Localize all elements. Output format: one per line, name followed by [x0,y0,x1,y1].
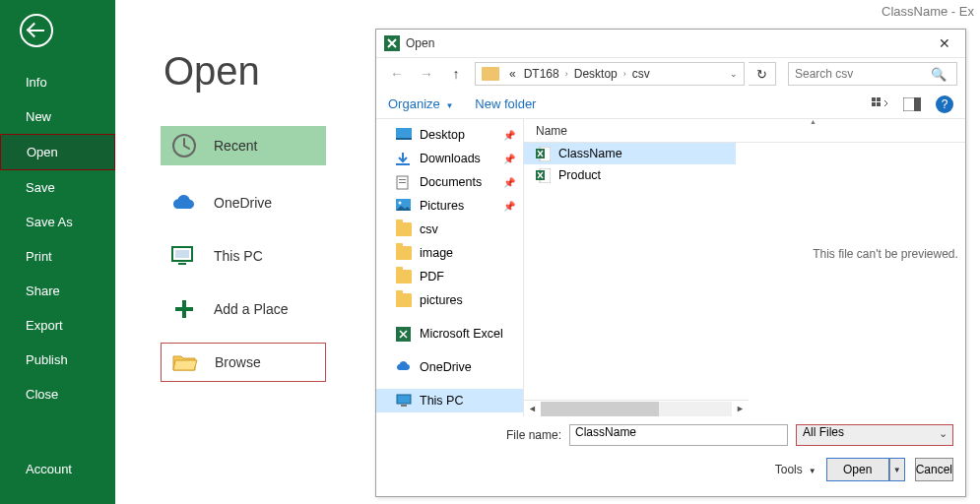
clock-icon [168,130,200,161]
tree-item-thispc[interactable]: This PC [376,389,523,412]
tree-item-desktop[interactable]: Desktop📌 [376,123,523,147]
sidebar-item-share[interactable]: Share [0,274,115,308]
tree-item-folder[interactable]: pictures [376,288,523,312]
place-onedrive[interactable]: OneDrive [161,183,326,222]
sidebar-item-export[interactable]: Export [0,308,115,343]
nav-up-button[interactable]: ↑ [443,62,469,86]
tree-item-folder[interactable]: image [376,241,523,265]
breadcrumb-bar[interactable]: « DT168 › Desktop › csv ⌄ [475,62,745,86]
sidebar-item-info[interactable]: Info [0,65,115,99]
open-dialog: Open ✕ ← → ↑ « DT168 › Desktop › csv ⌄ ↻… [375,29,966,497]
place-label: Add a Place [214,301,289,317]
svg-rect-2 [178,263,186,265]
search-input[interactable] [789,67,927,81]
tree-label: This PC [420,394,463,408]
filename-label: File name: [506,428,561,442]
refresh-button[interactable]: ↻ [749,62,776,86]
pin-icon: 📌 [503,130,515,141]
sidebar-item-print[interactable]: Print [0,239,115,274]
scroll-right-button[interactable]: ► [732,404,749,413]
sidebar-item-open[interactable]: Open [0,134,115,170]
tree-item-folder[interactable]: PDF [376,265,523,288]
chevron-down-icon: ▼ [445,101,453,110]
dialog-footer: File name: ClassName All Files Tools▼ Op… [376,416,965,491]
folder-icon [396,222,412,236]
svg-rect-14 [396,138,412,140]
sidebar-item-account[interactable]: Account [0,452,115,486]
place-addplace[interactable]: Add a Place [161,289,326,329]
file-row[interactable]: Product [524,164,736,186]
tree-item-folder[interactable]: csv [376,218,523,241]
tools-menu[interactable]: Tools▼ [775,463,817,476]
crumb-seg[interactable]: Desktop [570,67,621,81]
open-button[interactable]: Open [826,458,889,481]
pin-icon: 📌 [503,201,515,212]
tree-item-excel[interactable]: Microsoft Excel [376,322,523,346]
open-split-button[interactable]: ▼ [889,458,905,481]
place-recent[interactable]: Recent [161,126,326,165]
svg-rect-23 [401,405,407,407]
sidebar-item-close[interactable]: Close [0,377,115,411]
search-box[interactable]: 🔍 [788,62,957,86]
tree-item-documents[interactable]: Documents📌 [376,170,523,194]
new-folder-button[interactable]: New folder [475,96,536,111]
tree-item-onedrive[interactable]: OneDrive [376,355,523,379]
computer-icon [396,394,412,408]
scroll-track[interactable] [541,402,732,416]
sidebar-item-saveas[interactable]: Save As [0,205,115,239]
folder-tree: Desktop📌 Downloads📌 Documents📌 Pictures📌… [376,119,524,416]
place-thispc[interactable]: This PC [161,236,326,276]
tree-item-pictures[interactable]: Pictures📌 [376,194,523,218]
close-button[interactable]: ✕ [924,35,965,51]
svg-rect-18 [399,182,406,183]
preview-pane-button[interactable] [898,94,926,115]
desktop-icon [396,128,412,142]
scroll-left-button[interactable]: ◄ [524,404,541,413]
file-name: ClassName [558,147,622,160]
search-icon[interactable]: 🔍 [927,67,950,82]
sidebar-item-new[interactable]: New [0,99,115,134]
folder-icon [396,246,412,260]
backstage-sidebar: Info New Open Save Save As Print Share E… [0,0,115,504]
tree-label: Desktop [420,128,465,142]
horizontal-scrollbar[interactable]: ◄ ► [524,400,749,416]
tree-label: PDF [420,270,444,284]
svg-rect-13 [396,128,412,138]
tree-item-downloads[interactable]: Downloads📌 [376,147,523,170]
dialog-nav: ← → ↑ « DT168 › Desktop › csv ⌄ ↻ 🔍 [376,58,965,90]
folder-icon [396,270,412,284]
crumb-dropdown[interactable]: ⌄ [724,69,744,79]
folder-icon [396,293,412,307]
sidebar-item-publish[interactable]: Publish [0,343,115,377]
page-title: Open [163,49,260,94]
nav-forward-button[interactable]: → [414,62,439,86]
filename-combobox[interactable]: ClassName [569,424,788,446]
dialog-title: Open [406,36,924,50]
file-filter-dropdown[interactable]: All Files [796,424,953,446]
excel-icon [384,35,400,51]
view-mode-button[interactable] [867,94,894,115]
cancel-button[interactable]: Cancel [915,458,953,481]
scroll-thumb[interactable] [541,402,659,416]
svg-rect-15 [396,163,410,165]
place-browse[interactable]: Browse [161,343,326,382]
svg-rect-12 [914,97,921,111]
svg-rect-17 [399,179,406,180]
col-name[interactable]: Name▲ [536,124,567,138]
svg-rect-22 [397,395,411,404]
onedrive-icon [168,187,200,219]
place-label: Recent [214,138,257,154]
nav-back-button[interactable]: ← [384,62,410,86]
help-button[interactable]: ? [936,95,953,113]
crumb-seg[interactable]: DT168 [520,67,563,81]
svg-rect-7 [872,97,876,101]
organize-menu[interactable]: Organize ▼ [388,96,453,111]
file-row[interactable]: ClassName [524,143,736,164]
filename-value: ClassName [575,425,636,439]
crumb-pre[interactable]: « [505,67,520,81]
back-button[interactable] [20,14,53,47]
crumb-seg[interactable]: csv [628,67,654,81]
svg-rect-10 [877,102,881,106]
sidebar-item-save[interactable]: Save [0,170,115,205]
tree-label: image [420,246,453,260]
